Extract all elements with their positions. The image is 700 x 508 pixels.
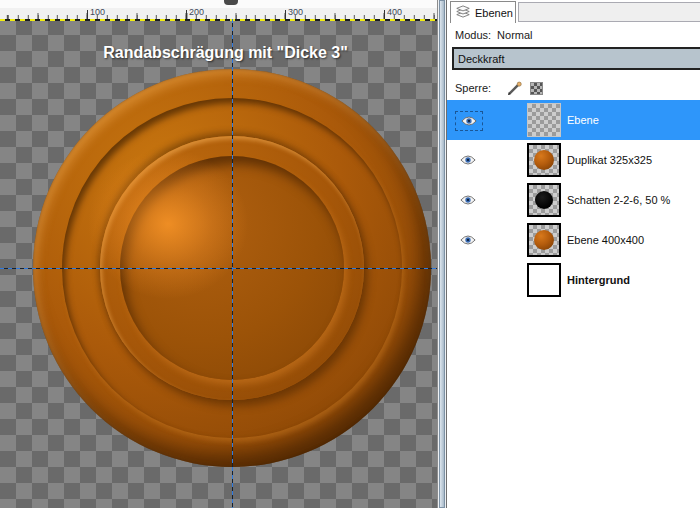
layer-row[interactable]: Ebene bbox=[447, 100, 700, 140]
disc-highlight bbox=[88, 149, 248, 299]
ruler-unit-label: 300 bbox=[288, 7, 303, 17]
paintbrush-lock-icon[interactable] bbox=[507, 81, 522, 96]
layer-name: Ebene bbox=[567, 100, 599, 140]
layer-thumbnail[interactable] bbox=[527, 263, 561, 297]
layer-boundary-dashes bbox=[0, 19, 437, 21]
visibility-eye-icon[interactable] bbox=[455, 231, 481, 249]
visibility-eye-icon[interactable] bbox=[455, 191, 481, 209]
toolbar-notch bbox=[224, 0, 238, 5]
ruler-unit-label: 400 bbox=[387, 7, 402, 17]
mode-label: Modus: bbox=[455, 29, 491, 41]
ruler-major-tick bbox=[87, 10, 88, 19]
layer-name: Duplikat 325x325 bbox=[567, 140, 652, 180]
canvas-caption: Randabschrägung mit "Dicke 3" bbox=[0, 44, 437, 62]
layer-thumbnail[interactable] bbox=[527, 183, 561, 217]
visibility-eye-icon[interactable] bbox=[455, 151, 481, 169]
layer-row[interactable]: Duplikat 325x325 bbox=[447, 140, 700, 180]
layer-list: EbeneDuplikat 325x325Schatten 2-2-6, 50 … bbox=[447, 100, 700, 300]
layer-thumbnail[interactable] bbox=[527, 103, 561, 137]
layers-panel: Ebenen Modus:Normal Deckkraft Sperre: Eb… bbox=[446, 0, 700, 508]
layers-icon bbox=[455, 5, 471, 20]
tab-layers[interactable]: Ebenen bbox=[450, 1, 516, 23]
layer-name: Ebene 400x400 bbox=[567, 220, 644, 260]
mode-row: Modus:Normal bbox=[455, 29, 533, 41]
tab-empty[interactable] bbox=[518, 2, 700, 22]
lock-label: Sperre: bbox=[455, 82, 491, 94]
ruler-major-tick bbox=[285, 10, 286, 19]
alpha-lock-icon[interactable] bbox=[530, 82, 543, 95]
scrollbar-thumb[interactable] bbox=[439, 0, 445, 508]
layer-row[interactable]: Ebene 400x400 bbox=[447, 220, 700, 260]
tab-layers-label: Ebenen bbox=[475, 7, 513, 19]
canvas-vertical-scrollbar[interactable] bbox=[437, 0, 446, 508]
canvas-area[interactable]: Randabschrägung mit "Dicke 3" bbox=[0, 19, 437, 508]
visibility-eye-icon[interactable] bbox=[455, 111, 483, 131]
mode-value[interactable]: Normal bbox=[497, 29, 532, 41]
horizontal-guide[interactable] bbox=[0, 268, 437, 269]
lock-row: Sperre: bbox=[455, 79, 543, 97]
layer-row[interactable]: Schatten 2-2-6, 50 % bbox=[447, 180, 700, 220]
vertical-guide[interactable] bbox=[232, 19, 233, 508]
ruler-major-tick bbox=[186, 10, 187, 19]
ruler-unit-label: 100 bbox=[90, 7, 105, 17]
layer-thumbnail[interactable] bbox=[527, 143, 561, 177]
layer-name: Schatten 2-2-6, 50 % bbox=[567, 180, 670, 220]
ruler-unit-label: 200 bbox=[189, 7, 204, 17]
panel-tab-bar: Ebenen bbox=[447, 0, 700, 23]
opacity-label: Deckkraft bbox=[458, 53, 504, 65]
opacity-slider[interactable]: Deckkraft bbox=[452, 47, 700, 70]
ruler-major-tick bbox=[384, 10, 385, 19]
layer-row[interactable]: Hintergrund bbox=[447, 260, 700, 300]
toolbar-strip bbox=[0, 0, 446, 8]
layer-name: Hintergrund bbox=[567, 260, 630, 300]
layer-thumbnail[interactable] bbox=[527, 223, 561, 257]
gimp-window: 100200300400 Randabschrägung mit "Dicke … bbox=[0, 0, 700, 508]
